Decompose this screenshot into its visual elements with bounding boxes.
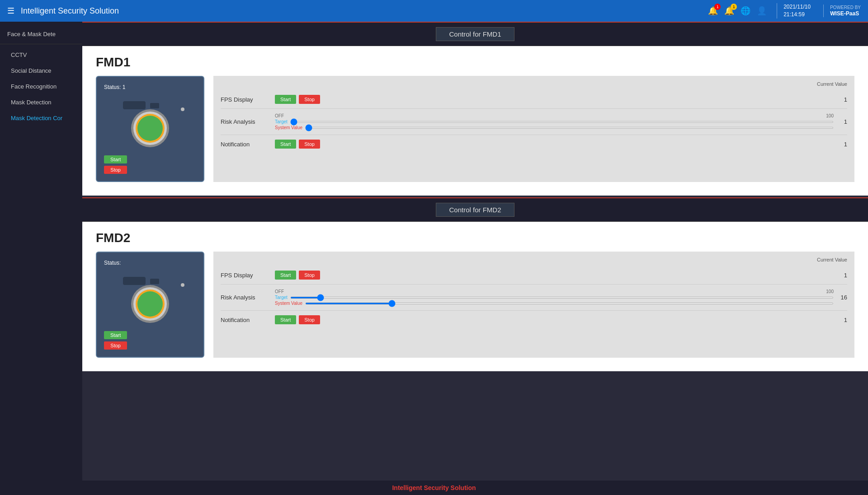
fmd1-current-value-label: Current Value	[221, 81, 847, 87]
fmd1-camera-buttons: Start Stop	[104, 155, 127, 174]
sidebar-item-mask-detection[interactable]: Mask Detection	[0, 94, 82, 110]
fmd2-current-value-label: Current Value	[221, 257, 847, 262]
fmd2-camera-buttons: Start Stop	[104, 331, 127, 350]
user-icon[interactable]: 👤	[757, 6, 767, 16]
fmd2-notification-start-button[interactable]: Start	[275, 315, 296, 324]
app-footer: Intelligent Security Solution	[0, 481, 868, 495]
powered-by-label: POWERED BY	[830, 5, 861, 10]
sidebar-item-cctv[interactable]: CCTV	[0, 47, 82, 63]
fmd1-camera-status: Status: 1	[104, 84, 125, 90]
fmd1-risk-slider-labels: OFF 100	[275, 113, 834, 118]
fmd2-notification-value: 1	[838, 317, 847, 323]
fmd2-header: Control for FMD2	[82, 197, 868, 222]
alert-icon[interactable]: 🔔 1	[724, 6, 734, 16]
fmd1-risk-row: Risk Analysis OFF 100 Target	[221, 109, 847, 135]
datetime-date: 2021/11/10	[783, 3, 811, 11]
fmd1-notification-buttons: Start Stop	[275, 140, 320, 149]
fmd2-fps-start-button[interactable]: Start	[275, 271, 296, 280]
fmd2-risk-value: 16	[838, 294, 847, 301]
fmd2-risk-target-label: Target	[275, 295, 288, 300]
fmd2-risk-max-label: 100	[826, 289, 834, 294]
fmd1-camera-start-button[interactable]: Start	[104, 155, 127, 163]
fmd1-fps-start-button[interactable]: Start	[275, 95, 296, 104]
svg-point-14	[137, 291, 163, 317]
fmd2-header-label: Control for FMD2	[436, 203, 514, 217]
svg-rect-10	[150, 279, 159, 284]
svg-point-15	[181, 283, 184, 287]
fmd2-notification-stop-button[interactable]: Stop	[299, 315, 320, 324]
fmd2-control-panel: Current Value FPS Display Start Stop 1	[213, 252, 854, 358]
fmd1-risk-max-label: 100	[826, 113, 834, 118]
fmd2-risk-target-slider[interactable]	[290, 297, 834, 299]
fmd1-camera-svg	[109, 93, 191, 152]
bell-badge: 1	[714, 4, 721, 10]
globe-icon[interactable]: 🌐	[741, 6, 750, 16]
fmd1-fps-buttons: Start Stop	[275, 95, 320, 104]
fmd2-risk-off-label: OFF	[275, 289, 284, 294]
fmd1-notification-row: Notification Start Stop 1	[221, 135, 847, 153]
fmd1-section: Control for FMD1 FMD1 Status: 1	[82, 22, 868, 196]
powered-by: POWERED BY WISE-PaaS	[823, 5, 861, 18]
fmd2-notification-buttons: Start Stop	[275, 315, 320, 324]
fmd1-camera-stop-button[interactable]: Stop	[104, 166, 127, 174]
fmd2-fps-stop-button[interactable]: Stop	[299, 271, 320, 280]
footer-label: Intelligent Security Solution	[392, 484, 476, 491]
fmd1-risk-off-label: OFF	[275, 113, 284, 118]
fmd2-camera-start-button[interactable]: Start	[104, 331, 127, 339]
fmd2-notification-label: Notification	[221, 317, 270, 323]
fmd2-camera-stop-button[interactable]: Stop	[104, 341, 127, 350]
fmd2-risk-row: Risk Analysis OFF 100 Target	[221, 285, 847, 311]
fmd1-fps-value: 1	[838, 96, 847, 103]
fmd1-header: Control for FMD1	[82, 22, 868, 46]
svg-point-7	[181, 107, 184, 111]
fmd1-notification-stop-button[interactable]: Stop	[299, 140, 320, 149]
fmd1-risk-system-slider[interactable]	[305, 127, 834, 129]
header-icons: 🔔 1 🔔 1 🌐 👤 2021/11/10 21:14:59 POWERED …	[708, 3, 861, 19]
app-header: ☰ Intelligent Security Solution 🔔 1 🔔 1 …	[0, 0, 868, 22]
fmd2-fps-buttons: Start Stop	[275, 271, 320, 280]
fmd1-header-label: Control for FMD1	[436, 27, 514, 41]
fmd2-notification-row: Notification Start Stop 1	[221, 311, 847, 329]
fmd2-risk-target-row: Target	[275, 295, 834, 300]
fmd1-risk-target-slider[interactable]	[290, 121, 834, 123]
fmd1-risk-slider-container: OFF 100 Target System Value	[275, 113, 834, 130]
fmd2-body: FMD2 Status:	[82, 222, 868, 371]
fmd2-camera-svg	[109, 269, 191, 327]
fmd1-notification-start-button[interactable]: Start	[275, 140, 296, 149]
fmd1-title: FMD1	[96, 55, 854, 70]
fmd1-risk-target-row: Target	[275, 119, 834, 124]
fmd1-notification-label: Notification	[221, 141, 270, 148]
sidebar-item-face-recognition[interactable]: Face Recognition	[0, 79, 82, 94]
fmd2-risk-system-label: System Value	[275, 301, 302, 306]
fmd1-fps-label: FPS Display	[221, 96, 270, 103]
sidebar-item-mask-detection-cor[interactable]: Mask Detection Cor	[0, 110, 82, 126]
alert-badge: 1	[731, 4, 737, 10]
fmd1-notification-value: 1	[838, 141, 847, 148]
fmd2-risk-system-row: System Value	[275, 301, 834, 306]
fmd2-fps-value: 1	[838, 272, 847, 279]
bell-notification-icon[interactable]: 🔔 1	[708, 6, 718, 16]
fmd2-risk-slider-labels: OFF 100	[275, 289, 834, 294]
menu-icon[interactable]: ☰	[7, 6, 14, 16]
sidebar-item-social-distance[interactable]: Social Distance	[0, 63, 82, 79]
fmd1-fps-row: FPS Display Start Stop 1	[221, 90, 847, 109]
svg-rect-9	[123, 277, 146, 285]
fmd1-body: FMD1 Status: 1	[82, 46, 868, 196]
app-title: Intelligent Security Solution	[21, 6, 708, 16]
datetime-time: 21:14:59	[783, 11, 811, 19]
sidebar: Face & Mask Dete CCTV Social Distance Fa…	[0, 22, 82, 481]
datetime-display: 2021/11/10 21:14:59	[777, 3, 811, 19]
fmd1-fps-stop-button[interactable]: Stop	[299, 95, 320, 104]
svg-point-6	[137, 116, 163, 141]
fmd1-camera-widget: Status: 1	[96, 76, 204, 182]
fmd2-fps-row: FPS Display Start Stop 1	[221, 266, 847, 285]
svg-rect-1	[123, 101, 146, 109]
fmd1-risk-system-row: System Value	[275, 125, 834, 130]
brand-name: WISE-PaaS	[830, 10, 861, 18]
main-content: Control for FMD1 FMD1 Status: 1	[82, 22, 868, 481]
fmd2-fps-label: FPS Display	[221, 272, 270, 279]
fmd2-risk-slider-container: OFF 100 Target System Value	[275, 289, 834, 306]
fmd1-risk-value: 1	[838, 118, 847, 125]
fmd2-risk-system-slider[interactable]	[305, 303, 834, 304]
fmd2-risk-label: Risk Analysis	[221, 294, 270, 301]
